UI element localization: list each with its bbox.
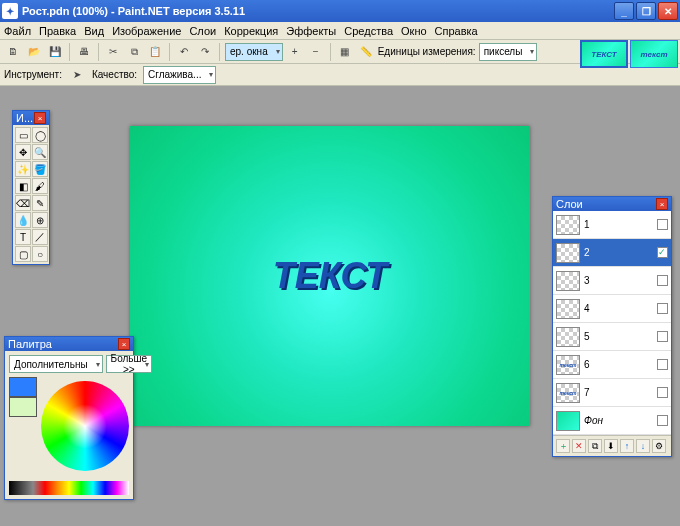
layer-duplicate-button[interactable]: ⧉ <box>588 439 602 453</box>
ruler-button[interactable]: 📏 <box>357 43 375 61</box>
new-button[interactable]: 🗎 <box>4 43 22 61</box>
layer-up-button[interactable]: ↑ <box>620 439 634 453</box>
layer-visible-checkbox[interactable] <box>657 359 668 370</box>
palette-panel[interactable]: Палитра × Дополнительны Больше >> <box>4 336 134 500</box>
doc-thumb-1[interactable]: ТЕКСТ <box>580 40 628 68</box>
layer-row[interactable]: 3 <box>553 267 671 295</box>
layers-title: Слои <box>556 198 583 210</box>
tool-clone[interactable]: ⊕ <box>32 212 48 228</box>
copy-button[interactable]: ⧉ <box>125 43 143 61</box>
layer-visible-checkbox[interactable] <box>657 219 668 230</box>
palette-close[interactable]: × <box>118 338 130 350</box>
units-select[interactable]: пикселы <box>479 43 538 61</box>
layer-thumb-icon <box>556 243 580 263</box>
canvas-text: ТЕКСТ <box>273 255 387 297</box>
tool-gradient[interactable]: ◧ <box>15 178 31 194</box>
layer-add-button[interactable]: ＋ <box>556 439 570 453</box>
redo-button[interactable]: ↷ <box>196 43 214 61</box>
grid-button[interactable]: ▦ <box>336 43 354 61</box>
tool-rect[interactable]: ▢ <box>15 246 31 262</box>
tool-rect-select[interactable]: ▭ <box>15 127 31 143</box>
tool-move[interactable]: ✥ <box>15 144 31 160</box>
maximize-button[interactable]: ❐ <box>636 2 656 20</box>
layers-close[interactable]: × <box>656 198 668 210</box>
layer-row[interactable]: текст7 <box>553 379 671 407</box>
menu-window[interactable]: Окно <box>401 25 427 37</box>
menu-layers[interactable]: Слои <box>189 25 216 37</box>
zoom-out-button[interactable]: − <box>307 43 325 61</box>
tool-brush[interactable]: 🖌 <box>32 178 48 194</box>
layer-down-button[interactable]: ↓ <box>636 439 650 453</box>
tools-panel[interactable]: И... × ▭ ◯ ✥ 🔍 ✨ 🪣 ◧ 🖌 ⌫ ✎ 💧 ⊕ T ／ ▢ ○ <box>12 110 50 265</box>
close-button[interactable]: ✕ <box>658 2 678 20</box>
tool-line[interactable]: ／ <box>32 229 48 245</box>
tool-eraser[interactable]: ⌫ <box>15 195 31 211</box>
layer-props-button[interactable]: ⚙ <box>652 439 666 453</box>
layer-name: 4 <box>584 303 653 314</box>
layer-visible-checkbox[interactable] <box>657 303 668 314</box>
save-button[interactable]: 💾 <box>46 43 64 61</box>
tools-panel-header[interactable]: И... × <box>13 111 49 125</box>
menu-file[interactable]: Файл <box>4 25 31 37</box>
palette-more-button[interactable]: Больше >> <box>106 355 153 373</box>
layer-thumb-icon <box>556 271 580 291</box>
quality-label: Качество: <box>92 69 137 80</box>
minimize-button[interactable]: _ <box>614 2 634 20</box>
tool-bucket[interactable]: 🪣 <box>32 161 48 177</box>
palette-mode-select[interactable]: Дополнительны <box>9 355 103 373</box>
menu-view[interactable]: Вид <box>84 25 104 37</box>
open-button[interactable]: 📂 <box>25 43 43 61</box>
layer-merge-button[interactable]: ⬇ <box>604 439 618 453</box>
tool-pencil[interactable]: ✎ <box>32 195 48 211</box>
zoom-in-button[interactable]: + <box>286 43 304 61</box>
layer-visible-checkbox[interactable] <box>657 275 668 286</box>
menubar: Файл Правка Вид Изображение Слои Коррекц… <box>0 22 680 40</box>
layer-delete-button[interactable]: ✕ <box>572 439 586 453</box>
palette-header[interactable]: Палитра × <box>5 337 133 351</box>
menu-tools[interactable]: Средства <box>344 25 393 37</box>
menu-adjust[interactable]: Коррекция <box>224 25 278 37</box>
layer-row[interactable]: 5 <box>553 323 671 351</box>
layer-row[interactable]: Фон <box>553 407 671 435</box>
print-button[interactable]: 🖶 <box>75 43 93 61</box>
layer-name: 6 <box>584 359 653 370</box>
tool-ellipse[interactable]: ○ <box>32 246 48 262</box>
current-tool-icon[interactable]: ➤ <box>68 66 86 84</box>
layer-name: 3 <box>584 275 653 286</box>
layer-row[interactable]: текст6 <box>553 351 671 379</box>
undo-button[interactable]: ↶ <box>175 43 193 61</box>
layer-visible-checkbox[interactable] <box>657 387 668 398</box>
layer-row[interactable]: 1 <box>553 211 671 239</box>
primary-color[interactable] <box>9 377 37 397</box>
tool-zoom[interactable]: 🔍 <box>32 144 48 160</box>
menu-effects[interactable]: Эффекты <box>286 25 336 37</box>
canvas[interactable]: ТЕКСТ <box>130 126 530 426</box>
tool-wand[interactable]: ✨ <box>15 161 31 177</box>
tools-panel-title: И... <box>16 112 33 124</box>
color-wheel[interactable] <box>41 381 129 471</box>
layers-panel[interactable]: Слои × 12345текст6текст7Фон ＋ ✕ ⧉ ⬇ ↑ ↓ … <box>552 196 672 457</box>
workspace: ТЕКСТ И... × ▭ ◯ ✥ 🔍 ✨ 🪣 ◧ 🖌 ⌫ ✎ 💧 ⊕ T ／… <box>0 86 680 526</box>
secondary-color[interactable] <box>9 397 37 417</box>
color-strip[interactable] <box>9 481 129 495</box>
tool-picker[interactable]: 💧 <box>15 212 31 228</box>
doc-thumb-2[interactable]: текст <box>630 40 678 68</box>
layer-visible-checkbox[interactable] <box>657 247 668 258</box>
layer-row[interactable]: 2 <box>553 239 671 267</box>
tools-panel-close[interactable]: × <box>34 112 46 124</box>
tool-lasso[interactable]: ◯ <box>32 127 48 143</box>
layer-visible-checkbox[interactable] <box>657 415 668 426</box>
paste-button[interactable]: 📋 <box>146 43 164 61</box>
cut-button[interactable]: ✂ <box>104 43 122 61</box>
tool-text[interactable]: T <box>15 229 31 245</box>
quality-select[interactable]: Сглажива... <box>143 66 216 84</box>
menu-image[interactable]: Изображение <box>112 25 181 37</box>
layer-row[interactable]: 4 <box>553 295 671 323</box>
zoom-select[interactable]: ер. окна <box>225 43 283 61</box>
layer-visible-checkbox[interactable] <box>657 331 668 342</box>
palette-title: Палитра <box>8 338 52 350</box>
menu-help[interactable]: Справка <box>435 25 478 37</box>
layer-thumb-icon: текст <box>556 383 580 403</box>
layers-header[interactable]: Слои × <box>553 197 671 211</box>
menu-edit[interactable]: Правка <box>39 25 76 37</box>
